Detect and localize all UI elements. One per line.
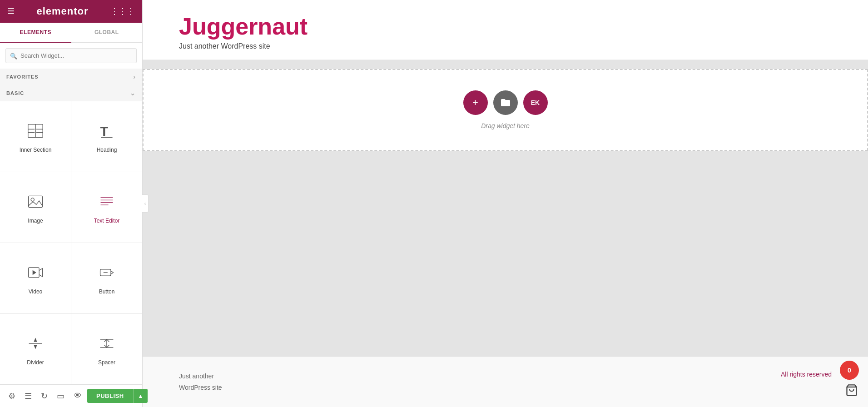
inner-section-label: Inner Section bbox=[20, 147, 52, 153]
navigator-icon[interactable]: ▭ bbox=[53, 388, 68, 404]
button-icon bbox=[99, 264, 115, 284]
favorites-chevron-icon: › bbox=[133, 73, 136, 80]
widget-image[interactable]: Image bbox=[0, 172, 71, 243]
sidebar-tabs: ELEMENTS GLOBAL bbox=[0, 23, 142, 43]
site-title: Juggernaut bbox=[179, 14, 832, 40]
settings-icon[interactable]: ⚙ bbox=[5, 388, 19, 404]
svg-marker-15 bbox=[33, 270, 36, 275]
ek-button[interactable]: EK bbox=[523, 90, 548, 115]
heading-icon: T bbox=[99, 123, 115, 142]
canvas-footer: Just another WordPress site All rights r… bbox=[143, 357, 868, 407]
widget-grid: Inner Section T Heading Image bbox=[0, 101, 142, 384]
sidebar-header: ☰ elementor ⋮⋮⋮ bbox=[0, 0, 142, 23]
widget-divider[interactable]: Divider bbox=[0, 314, 71, 384]
image-icon bbox=[27, 194, 44, 213]
image-label: Image bbox=[28, 218, 43, 224]
svg-rect-8 bbox=[29, 196, 43, 207]
inner-section-icon bbox=[27, 123, 44, 142]
svg-marker-19 bbox=[34, 338, 37, 342]
publish-button-group: PUBLISH ▲ bbox=[87, 389, 148, 403]
text-editor-icon bbox=[99, 194, 115, 213]
search-icon: 🔍 bbox=[10, 52, 17, 59]
footer-line1: Just another bbox=[179, 371, 222, 382]
basic-label: BASIC bbox=[6, 90, 24, 96]
button-label: Button bbox=[99, 288, 115, 295]
search-input[interactable] bbox=[5, 48, 137, 63]
text-editor-label: Text Editor bbox=[94, 218, 120, 224]
cart-count-badge[interactable]: 0 bbox=[840, 361, 859, 380]
widget-heading[interactable]: T Heading bbox=[71, 101, 142, 172]
heading-label: Heading bbox=[97, 147, 117, 153]
widget-button[interactable]: Button bbox=[71, 243, 142, 313]
widget-text-editor[interactable]: Text Editor bbox=[71, 172, 142, 243]
widget-search-container: 🔍 bbox=[0, 43, 142, 69]
basic-chevron-icon: ⌄ bbox=[130, 89, 136, 97]
canvas-spacer-bottom bbox=[143, 151, 868, 160]
grid-icon[interactable]: ⋮⋮⋮ bbox=[110, 6, 135, 16]
preview-icon[interactable]: 👁 bbox=[70, 388, 85, 403]
drop-zone-buttons: + EK bbox=[463, 90, 548, 115]
spacer-label: Spacer bbox=[98, 359, 115, 366]
publish-dropdown-button[interactable]: ▲ bbox=[133, 389, 148, 403]
history-icon[interactable]: ↻ bbox=[37, 388, 51, 404]
layers-icon[interactable]: ☰ bbox=[21, 388, 35, 404]
sidebar-collapse-handle[interactable]: ‹ bbox=[142, 194, 149, 213]
widget-spacer[interactable]: Spacer bbox=[71, 314, 142, 384]
drag-hint-text: Drag widget here bbox=[481, 122, 530, 129]
canvas-site-header: Juggernaut Just another WordPress site bbox=[143, 0, 868, 60]
divider-label: Divider bbox=[27, 359, 44, 366]
drop-zone[interactable]: + EK Drag widget here bbox=[143, 69, 868, 151]
widget-video[interactable]: Video bbox=[0, 243, 71, 313]
tab-elements[interactable]: ELEMENTS bbox=[0, 23, 71, 43]
svg-point-9 bbox=[31, 198, 34, 201]
canvas-spacer-top bbox=[143, 60, 868, 69]
templates-button[interactable] bbox=[493, 90, 518, 115]
sidebar: ☰ elementor ⋮⋮⋮ ELEMENTS GLOBAL 🔍 FAVORI… bbox=[0, 0, 143, 407]
cart-bag-icon[interactable] bbox=[845, 384, 858, 400]
footer-right-text: All rights reserved bbox=[781, 371, 832, 378]
site-tagline: Just another WordPress site bbox=[179, 42, 832, 50]
canvas: Juggernaut Just another WordPress site +… bbox=[143, 0, 868, 407]
tab-global[interactable]: GLOBAL bbox=[71, 23, 143, 42]
publish-button[interactable]: PUBLISH bbox=[87, 389, 133, 403]
divider-icon bbox=[27, 335, 44, 355]
favorites-section-header[interactable]: FAVORITES › bbox=[0, 69, 142, 85]
video-label: Video bbox=[29, 288, 42, 295]
footer-line2: WordPress site bbox=[179, 382, 222, 393]
widget-inner-section[interactable]: Inner Section bbox=[0, 101, 71, 172]
sidebar-footer: ⚙ ☰ ↻ ▭ 👁 PUBLISH ▲ bbox=[0, 384, 142, 407]
svg-marker-20 bbox=[34, 345, 37, 349]
svg-text:T: T bbox=[100, 124, 109, 139]
video-icon bbox=[27, 264, 44, 284]
basic-section-header[interactable]: BASIC ⌄ bbox=[0, 85, 142, 101]
hamburger-menu-icon[interactable]: ☰ bbox=[7, 6, 15, 16]
favorites-label: FAVORITES bbox=[6, 74, 39, 79]
add-widget-button[interactable]: + bbox=[463, 90, 488, 115]
footer-left-text: Just another WordPress site bbox=[179, 371, 222, 393]
app-logo: elementor bbox=[36, 5, 88, 17]
spacer-icon bbox=[99, 335, 115, 355]
